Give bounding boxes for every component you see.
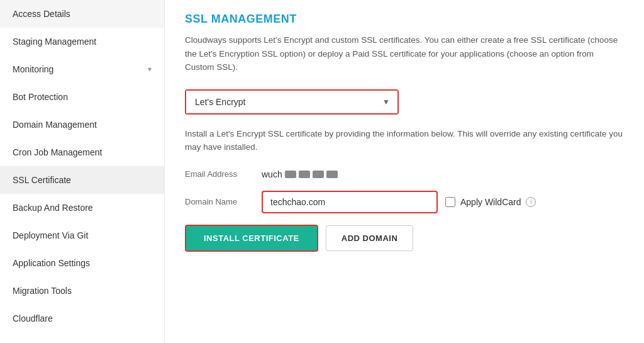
email-masked-3: [313, 171, 324, 178]
add-domain-button[interactable]: ADD DOMAIN: [326, 225, 414, 251]
info-icon[interactable]: i: [526, 197, 536, 207]
sidebar-item-monitoring[interactable]: Monitoring▾: [0, 55, 164, 83]
sidebar-item-deployment-via-git[interactable]: Deployment Via Git: [0, 222, 164, 249]
sidebar-item-label: Access Details: [13, 9, 70, 19]
sidebar-item-staging-management[interactable]: Staging Management: [0, 28, 164, 55]
wildcard-row: Apply WildCard i: [445, 197, 536, 207]
sidebar-item-domain-management[interactable]: Domain Management: [0, 111, 164, 138]
sidebar-item-label: Cloudflare: [13, 313, 53, 323]
domain-input[interactable]: [262, 191, 438, 213]
sidebar-item-label: Application Settings: [13, 258, 90, 268]
install-certificate-button[interactable]: INSTALL CERTIFICATE: [185, 225, 318, 252]
sidebar-item-ssl-certificate[interactable]: SSL Certificate: [0, 166, 164, 194]
sidebar-item-label: Staging Management: [13, 37, 96, 47]
wildcard-checkbox[interactable]: [445, 197, 455, 207]
sidebar-item-cloudflare[interactable]: Cloudflare: [0, 305, 164, 332]
sidebar-item-cron-job-management[interactable]: Cron Job Management: [0, 138, 164, 166]
sidebar-item-backup-and-restore[interactable]: Backup And Restore: [0, 194, 164, 222]
wildcard-label: Apply WildCard: [460, 197, 521, 207]
email-masked-1: [285, 171, 296, 178]
sidebar-item-bot-protection[interactable]: Bot Protection: [0, 83, 164, 111]
email-label: Email Address: [185, 169, 254, 179]
email-masked-2: [299, 171, 310, 178]
sidebar-item-application-settings[interactable]: Application Settings: [0, 249, 164, 277]
page-title: SSL MANAGEMENT: [185, 13, 624, 26]
main-content: SSL MANAGEMENT Cloudways supports Let's …: [165, 0, 644, 343]
email-masked-4: [326, 171, 338, 178]
button-row: INSTALL CERTIFICATE ADD DOMAIN: [185, 225, 624, 252]
sidebar-item-label: Migration Tools: [13, 286, 72, 296]
sidebar-item-label: Backup And Restore: [13, 203, 93, 213]
ssl-type-dropdown-wrapper[interactable]: Let's EncryptCustom SSL ▼: [185, 89, 399, 115]
email-row: Email Address wuch: [185, 169, 624, 179]
sidebar-item-migration-tools[interactable]: Migration Tools: [0, 277, 164, 305]
sidebar-item-label: Monitoring: [13, 64, 53, 74]
domain-row: Domain Name Apply WildCard i: [185, 191, 624, 213]
email-text-partial: wuch: [262, 169, 282, 179]
email-value-display: wuch: [262, 169, 338, 179]
sidebar-item-label: Deployment Via Git: [13, 230, 88, 240]
install-description: Install a Let's Encrypt SSL certificate …: [185, 127, 624, 154]
domain-label: Domain Name: [185, 197, 254, 206]
chevron-down-icon: ▾: [148, 65, 152, 74]
sidebar: Access DetailsStaging ManagementMonitori…: [0, 0, 165, 343]
ssl-description: Cloudways supports Let's Encrypt and cus…: [185, 33, 624, 74]
sidebar-item-label: Bot Protection: [13, 92, 68, 102]
ssl-type-select[interactable]: Let's EncryptCustom SSL: [186, 91, 397, 113]
sidebar-item-label: Domain Management: [13, 120, 97, 130]
sidebar-item-access-details[interactable]: Access Details: [0, 0, 164, 28]
sidebar-item-label: Cron Job Management: [13, 147, 102, 157]
sidebar-item-label: SSL Certificate: [13, 175, 71, 185]
